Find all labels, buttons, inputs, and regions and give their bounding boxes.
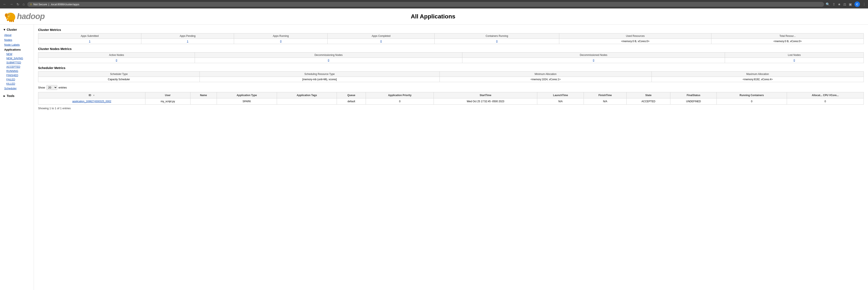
- sidebar-item-about[interactable]: About: [0, 33, 34, 37]
- main-layout: ▼ Cluster About Nodes Node Labels Applic…: [0, 25, 868, 290]
- col-state[interactable]: State: [626, 92, 670, 98]
- applications-table: ID ▼ User Name Application Type Applicat…: [38, 92, 864, 105]
- cell-id[interactable]: application_1698274300325_0002: [38, 98, 145, 105]
- sidebar-sub-finished[interactable]: FINISHED: [0, 73, 34, 78]
- sidebar-item-scheduler[interactable]: Scheduler: [0, 86, 34, 91]
- col-allocated-cpu[interactable]: Allocat... CPU VCore...: [787, 92, 864, 98]
- forward-button[interactable]: →: [9, 2, 14, 6]
- sidebar-sub-accepted[interactable]: ACCEPTED: [0, 65, 34, 69]
- showing-text: Showing 1 to 1 of 1 entries: [38, 107, 864, 110]
- scheduler-metrics-title: Scheduler Metrics: [38, 66, 864, 70]
- val-containers-running[interactable]: 0: [435, 39, 559, 44]
- window-icon[interactable]: ▣: [849, 2, 852, 6]
- sidebar-sub-failed[interactable]: FAILED: [0, 78, 34, 82]
- tools-section-header[interactable]: ► Tools: [0, 93, 34, 99]
- sidebar: ▼ Cluster About Nodes Node Labels Applic…: [0, 25, 34, 290]
- cell-state: ACCEPTED: [626, 98, 670, 105]
- cluster-nodes-metrics-table: Active Nodes Decommissioning Nodes Decom…: [38, 52, 864, 63]
- home-button[interactable]: ⌂: [22, 2, 26, 6]
- val-apps-submitted[interactable]: 1: [38, 39, 141, 44]
- cluster-label: Cluster: [7, 28, 17, 31]
- back-button[interactable]: ←: [2, 2, 7, 6]
- cell-final-status: UNDEFINED: [670, 98, 717, 105]
- cell-tags: [277, 98, 337, 105]
- sidebar-item-applications[interactable]: Applications: [0, 47, 34, 52]
- sidebar-sub-new[interactable]: NEW: [0, 52, 34, 56]
- col-scheduler-type: Scheduler Type: [38, 71, 200, 77]
- col-running-containers[interactable]: Running Containers: [717, 92, 787, 98]
- share-icon[interactable]: ⇧: [832, 2, 835, 6]
- cell-user: my_script.py: [145, 98, 190, 105]
- col-apps-pending: Apps Pending: [141, 33, 234, 39]
- col-application-priority[interactable]: Application Priority: [366, 92, 434, 98]
- val-total-resources: <memory:0 B, vCores:0>: [711, 39, 864, 44]
- show-label: Show: [38, 86, 45, 89]
- hadoop-logo-text: hadoop: [17, 12, 45, 21]
- hadoop-elephant-icon: [4, 10, 17, 22]
- col-user[interactable]: User: [145, 92, 190, 98]
- reload-button[interactable]: ↻: [16, 2, 20, 7]
- val-apps-completed[interactable]: 0: [328, 39, 435, 44]
- val-decommissioning-nodes[interactable]: 0: [195, 58, 462, 63]
- col-id[interactable]: ID ▼: [38, 92, 145, 98]
- menu-icon[interactable]: ⋮: [863, 2, 866, 6]
- cluster-metrics-table: Apps Submitted Apps Pending Apps Running…: [38, 33, 864, 44]
- col-maximum-allocation: Maximum Allocation: [652, 71, 864, 77]
- col-name[interactable]: Name: [190, 92, 217, 98]
- sidebar-item-nodes[interactable]: Nodes: [0, 37, 34, 42]
- col-launch-time[interactable]: LaunchTime: [537, 92, 584, 98]
- col-used-resources: Used Resources: [559, 33, 711, 39]
- col-apps-submitted: Apps Submitted: [38, 33, 141, 39]
- profile-avatar[interactable]: C: [855, 1, 860, 7]
- search-icon[interactable]: 🔍: [826, 2, 830, 6]
- col-total-resources: Total Resour...: [711, 33, 864, 39]
- page-title: All Applications: [45, 13, 822, 20]
- svg-point-5: [9, 14, 15, 21]
- col-decommissioned-nodes: Decommissioned Nodes: [462, 53, 725, 58]
- sidebar-sub-submitted[interactable]: SUBMITTED: [0, 61, 34, 65]
- sidebar-sub-killed[interactable]: KILLED: [0, 82, 34, 86]
- entries-select[interactable]: 10 20 50 100: [46, 85, 57, 90]
- cell-launch-time: N/A: [537, 98, 584, 105]
- browser-toolbar: 🔍 ⇧ ★ ⚖ ▣ C ⋮: [826, 1, 866, 7]
- val-minimum-allocation: <memory:1024, vCores:1>: [439, 77, 652, 82]
- cluster-section-header[interactable]: ▼ Cluster: [0, 27, 34, 33]
- cell-queue: default: [337, 98, 366, 105]
- address-bar[interactable]: ⚠ Not Secure | .local:8088/cluster/apps: [27, 2, 824, 7]
- security-warning-icon: ⚠: [30, 3, 32, 6]
- url-divider: |: [49, 3, 49, 6]
- svg-rect-7: [11, 20, 12, 22]
- val-apps-pending[interactable]: 1: [141, 39, 234, 44]
- val-lost-nodes[interactable]: 0: [725, 58, 864, 63]
- col-application-type[interactable]: Application Type: [217, 92, 277, 98]
- header: hadoop All Applications: [0, 8, 868, 25]
- url-text: .local:8088/cluster/apps: [50, 3, 79, 6]
- val-apps-running[interactable]: 0: [234, 39, 328, 44]
- cell-priority: 0: [366, 98, 434, 105]
- bookmark-icon[interactable]: ★: [838, 2, 841, 6]
- col-final-status[interactable]: FinalStatus: [670, 92, 717, 98]
- security-warning-text: Not Secure: [33, 3, 47, 6]
- show-entries-control: Show 10 20 50 100 entries: [38, 85, 864, 90]
- svg-rect-6: [9, 20, 10, 22]
- val-active-nodes[interactable]: 0: [38, 58, 195, 63]
- scheduler-metrics-table: Scheduler Type Scheduling Resource Type …: [38, 71, 864, 82]
- col-start-time[interactable]: StartTime: [434, 92, 537, 98]
- extension-icon[interactable]: ⚖: [843, 2, 846, 6]
- col-application-tags[interactable]: Application Tags: [277, 92, 337, 98]
- cell-name: [190, 98, 217, 105]
- cell-start-time: Wed Oct 25 17:52:45 -0500 2023: [434, 98, 537, 105]
- col-finish-time[interactable]: FinishTime: [584, 92, 626, 98]
- val-decommissioned-nodes[interactable]: 0: [462, 58, 725, 63]
- sidebar-sub-running[interactable]: RUNNING: [0, 69, 34, 73]
- svg-rect-8: [13, 20, 14, 22]
- cluster-arrow-icon: ▼: [3, 28, 6, 31]
- sidebar-item-nodelabels[interactable]: Node Labels: [0, 42, 34, 47]
- svg-point-3: [5, 13, 8, 17]
- tools-label: Tools: [7, 94, 14, 97]
- col-decommissioning-nodes: Decommissioning Nodes: [195, 53, 462, 58]
- col-queue[interactable]: Queue: [337, 92, 366, 98]
- sidebar-sub-new-saving[interactable]: NEW_SAVING: [0, 56, 34, 61]
- svg-point-4: [8, 14, 9, 15]
- col-lost-nodes: Lost Nodes: [725, 53, 864, 58]
